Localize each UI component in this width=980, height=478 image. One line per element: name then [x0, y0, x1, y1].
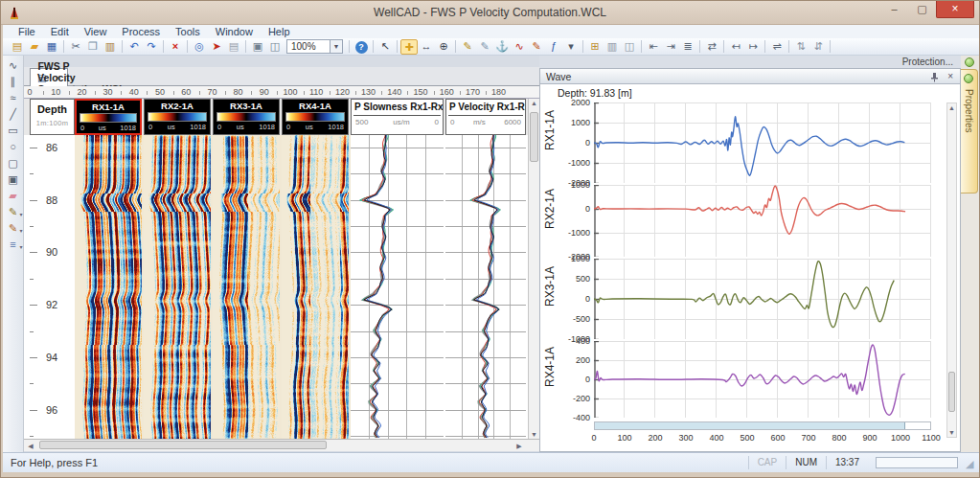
- find-icon[interactable]: ◎: [191, 39, 208, 55]
- waveform-track-rx3-1a[interactable]: [213, 135, 280, 439]
- slowness-track[interactable]: [351, 135, 444, 439]
- stretch-depth-icon[interactable]: ↔: [418, 39, 435, 55]
- freehand-tool-icon[interactable]: ≈: [5, 90, 22, 106]
- anchor-icon[interactable]: ⚓: [493, 39, 511, 55]
- cut-icon[interactable]: ✂: [67, 39, 84, 55]
- pause-tool-icon[interactable]: ∥: [5, 74, 22, 90]
- document-vertical-scrollbar[interactable]: ▲ ▼: [528, 99, 539, 439]
- log-header-curve-0[interactable]: P Slowness Rx1-Rx2 (MC2F)500us/m0: [351, 99, 444, 135]
- sort-down-icon[interactable]: ⇵: [809, 39, 827, 55]
- document-tab[interactable]: ▤ FWS P Velocity Computation.WCL ×: [30, 68, 68, 86]
- log-header-rx3-1a[interactable]: RX3-1A0us1018: [213, 99, 280, 135]
- properties-tab[interactable]: Properties: [961, 69, 978, 193]
- print-preview-icon[interactable]: ◫: [266, 39, 284, 55]
- waveform-track-rx1-1a[interactable]: [75, 135, 142, 439]
- wave-scroll-thumb[interactable]: [948, 372, 955, 412]
- eraser-tool-icon[interactable]: ▰: [5, 188, 22, 204]
- wave-chart-rx4-1a[interactable]: [594, 341, 931, 418]
- wave-panel-header[interactable]: Wave ×: [539, 68, 961, 84]
- minimize-button[interactable]: –: [880, 1, 908, 18]
- menu-item-file[interactable]: File: [11, 25, 43, 38]
- close-button[interactable]: ×: [936, 1, 974, 18]
- move-depth-icon[interactable]: ✚: [400, 39, 418, 55]
- tile-vertical-icon[interactable]: ◫: [621, 39, 638, 55]
- align-center-icon[interactable]: ≣: [679, 39, 696, 55]
- menu-item-window[interactable]: Window: [208, 25, 261, 38]
- vertical-scroll-thumb[interactable]: [530, 112, 538, 162]
- shift-left-icon[interactable]: ↤: [727, 39, 744, 55]
- menu-item-help[interactable]: Help: [261, 25, 298, 38]
- scroll-down-icon[interactable]: ▼: [529, 431, 539, 438]
- wave-chart-rx1-1a[interactable]: [594, 102, 931, 183]
- select-arrow-icon[interactable]: ↖: [376, 39, 394, 55]
- wave-vertical-scrollbar[interactable]: ▲ ▼: [946, 102, 957, 438]
- wave-horizontal-scrollbar[interactable]: [594, 421, 931, 430]
- line-tool-icon[interactable]: ╱: [5, 106, 22, 123]
- log-header-curve-1[interactable]: P Velocity Rx1-Rx2 (VL2F0m/s6000: [445, 99, 526, 135]
- log-header-rx4-1a[interactable]: RX4-1A0us1018: [282, 99, 349, 135]
- swap-icon[interactable]: ⇄: [703, 39, 720, 55]
- depth-column-header[interactable]: Depth1m:100m: [30, 99, 75, 135]
- log-settings-icon[interactable]: ✎: [476, 39, 493, 55]
- shift-right-icon[interactable]: ↦: [744, 39, 762, 55]
- scroll-down-icon[interactable]: ▼: [947, 429, 956, 436]
- pin-icon[interactable]: [930, 72, 939, 82]
- horizontal-scroll-thumb[interactable]: [39, 441, 327, 449]
- tools-more-icon[interactable]: ▾: [562, 39, 580, 55]
- wave-chart-rx3-1a[interactable]: [594, 259, 931, 339]
- marker-icon[interactable]: ➤: [208, 39, 225, 55]
- maximize-button[interactable]: ▢: [908, 1, 936, 18]
- new-document-icon[interactable]: ▤: [9, 39, 26, 55]
- velocity-track[interactable]: [445, 135, 526, 439]
- roundrect-tool-icon[interactable]: ▢: [5, 155, 22, 171]
- pick-icon[interactable]: ⊕: [435, 39, 452, 55]
- log-header-rx2-1a[interactable]: RX2-1A0us1018: [144, 99, 211, 135]
- wave-close-icon[interactable]: ×: [947, 71, 953, 81]
- tile-horizontal-icon[interactable]: ▥: [604, 39, 621, 55]
- align-left-icon[interactable]: ⇤: [645, 39, 662, 55]
- align-right-icon[interactable]: ⇥: [662, 39, 679, 55]
- menu-item-tools[interactable]: Tools: [168, 25, 208, 38]
- menu-item-edit[interactable]: Edit: [43, 25, 77, 38]
- rectangle-tool-icon[interactable]: ▭: [5, 123, 22, 139]
- waveform-track-rx4-1a[interactable]: [282, 135, 349, 439]
- redo-icon[interactable]: ↷: [143, 39, 160, 55]
- log-header-rx1-1a[interactable]: RX1-1A0us1018: [75, 99, 142, 135]
- layers-tool-icon[interactable]: ≡▾: [5, 237, 22, 253]
- open-icon[interactable]: ▰: [26, 39, 43, 55]
- wave-chart-rx2-1a[interactable]: [594, 185, 931, 257]
- sort-up-icon[interactable]: ⇅: [792, 39, 809, 55]
- help-icon[interactable]: ?: [353, 39, 370, 55]
- title-bar[interactable]: WellCAD - FWS P Velocity Computation.WCL…: [1, 1, 979, 25]
- wave-horizontal-scroll-thumb[interactable]: [595, 422, 905, 429]
- menu-item-process[interactable]: Process: [114, 25, 168, 38]
- scroll-up-icon[interactable]: ▲: [947, 104, 956, 111]
- copy-icon[interactable]: ❐: [84, 39, 102, 55]
- menu-item-view[interactable]: View: [77, 25, 115, 38]
- marker-tool-icon[interactable]: ✎▾: [5, 220, 22, 237]
- curve-tool-icon[interactable]: ∿: [511, 39, 528, 55]
- waveform-track-rx2-1a[interactable]: [144, 135, 211, 439]
- undo-icon[interactable]: ↶: [125, 39, 143, 55]
- document-icon[interactable]: ▤: [225, 39, 242, 55]
- save-icon[interactable]: ▦: [43, 39, 60, 55]
- annotate-icon[interactable]: ✎: [528, 39, 545, 55]
- zoom-value[interactable]: 100%: [286, 39, 330, 54]
- pencil-tool-icon[interactable]: ✎▾: [5, 204, 22, 220]
- scroll-right-icon[interactable]: ▶: [514, 443, 524, 450]
- filledrect-tool-icon[interactable]: ▣: [5, 171, 22, 188]
- edit-log-icon[interactable]: ✎: [459, 39, 476, 55]
- paste-icon[interactable]: ▥: [102, 39, 119, 55]
- zoom-combo[interactable]: 100%▼: [286, 39, 343, 54]
- ellipse-tool-icon[interactable]: ○: [5, 139, 22, 155]
- document-horizontal-scrollbar[interactable]: ◀ ▶: [24, 439, 539, 451]
- window-layout-icon[interactable]: ⊞: [586, 39, 604, 55]
- scroll-left-icon[interactable]: ◀: [26, 443, 35, 450]
- print-icon[interactable]: ▣: [249, 39, 266, 55]
- formula-icon[interactable]: ƒ: [545, 39, 562, 55]
- wave-tool-icon[interactable]: ∿: [5, 57, 22, 74]
- protection-toolbar-label[interactable]: Protection...: [902, 57, 953, 67]
- scroll-up-icon[interactable]: ▲: [529, 100, 539, 106]
- resize-grip[interactable]: ◢: [966, 455, 979, 470]
- exchange-icon[interactable]: ⇌: [768, 39, 786, 55]
